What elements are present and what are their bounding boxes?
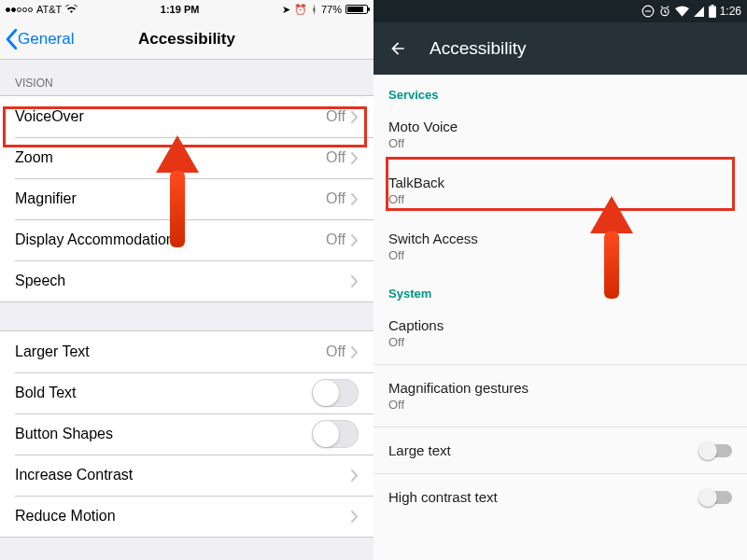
chevron-left-icon: [6, 29, 18, 49]
carrier-label: AT&T: [36, 4, 62, 15]
row-reduce-motion[interactable]: Reduce Motion: [0, 496, 374, 537]
alarm-icon: [658, 5, 671, 18]
battery-icon: [709, 5, 716, 18]
back-button[interactable]: [388, 39, 407, 58]
switch-large-text[interactable]: [700, 444, 732, 457]
row-high-contrast-text[interactable]: High contrast text: [374, 478, 747, 516]
ios-pane: AT&T 1:19 PM ➤ ⏰ ᚼ 77% General Accessibi…: [0, 0, 374, 560]
row-secondary: Off: [388, 335, 732, 349]
row-value: Off: [326, 149, 345, 166]
status-time: 1:19 PM: [161, 4, 200, 15]
row-increase-contrast[interactable]: Increase Contrast: [0, 455, 374, 496]
divider: [374, 473, 747, 474]
wifi-icon: [675, 6, 689, 17]
location-icon: ➤: [282, 4, 290, 16]
row-magnification-gestures[interactable]: Magnification gestures Off: [374, 369, 747, 423]
status-time: 1:26: [720, 5, 741, 18]
android-pane: 1:26 Accessibility Services Moto Voice O…: [374, 0, 747, 560]
row-larger-text[interactable]: Larger Text Off: [0, 331, 374, 372]
row-primary: Magnification gestures: [388, 380, 732, 396]
wifi-icon: [65, 5, 78, 14]
row-button-shapes[interactable]: Button Shapes: [0, 413, 374, 455]
battery-icon: [345, 5, 368, 14]
section-header-system: System: [374, 273, 747, 306]
row-label: Increase Contrast: [15, 467, 351, 483]
chevron-right-icon: [351, 193, 359, 205]
dnd-icon: [641, 5, 655, 18]
row-magnifier[interactable]: Magnifier Off: [0, 178, 374, 219]
row-label: Larger Text: [15, 343, 326, 360]
section-header-vision: VISION: [0, 60, 374, 95]
row-primary: High contrast text: [388, 489, 700, 505]
row-label: Reduce Motion: [15, 508, 351, 525]
back-button[interactable]: General: [6, 29, 74, 49]
row-primary: Captions: [388, 317, 732, 333]
row-primary: TalkBack: [388, 175, 732, 190]
divider: [374, 427, 747, 427]
ios-nav-bar: General Accessibility: [0, 19, 374, 60]
ios-group-vision: VoiceOver Off Zoom Off Magnifier Off Dis…: [0, 95, 374, 302]
switch-button-shapes[interactable]: [312, 420, 359, 448]
row-value: Off: [326, 108, 345, 125]
group-gap: [0, 302, 374, 330]
section-header-services: Services: [374, 75, 747, 107]
row-secondary: Off: [388, 398, 732, 412]
battery-percent: 77%: [321, 4, 342, 15]
android-appbar: Accessibility: [374, 22, 747, 75]
ios-group-text: Larger Text Off Bold Text Button Shapes …: [0, 330, 374, 538]
row-speech[interactable]: Speech: [0, 260, 374, 301]
row-value: Off: [326, 231, 345, 248]
arrow-back-icon: [388, 39, 407, 58]
row-primary: Large text: [388, 442, 700, 458]
row-value: Off: [326, 343, 345, 360]
cell-signal-icon: [693, 6, 705, 18]
row-label: Zoom: [15, 149, 326, 166]
row-switch-access[interactable]: Switch Access Off: [374, 219, 747, 273]
row-secondary: Off: [388, 192, 732, 206]
svg-rect-4: [711, 5, 713, 7]
chevron-right-icon: [351, 152, 359, 164]
bluetooth-icon: ᚼ: [311, 4, 317, 15]
chevron-right-icon: [351, 234, 359, 246]
chevron-right-icon: [351, 275, 359, 287]
row-moto-voice[interactable]: Moto Voice Off: [374, 107, 747, 161]
chevron-right-icon: [351, 346, 359, 358]
chevron-right-icon: [351, 511, 359, 523]
divider: [374, 364, 747, 365]
signal-dots-icon: [6, 7, 33, 12]
android-content: Services Moto Voice Off TalkBack Off Swi…: [374, 75, 747, 516]
chevron-right-icon: [351, 469, 359, 482]
row-label: Display Accommodations: [15, 231, 326, 248]
row-bold-text[interactable]: Bold Text: [0, 372, 374, 413]
back-label: General: [18, 30, 74, 49]
switch-high-contrast-text[interactable]: [700, 491, 732, 504]
row-label: Speech: [15, 273, 351, 289]
row-label: Button Shapes: [15, 426, 312, 442]
chevron-right-icon: [351, 111, 359, 123]
row-secondary: Off: [388, 248, 732, 262]
switch-bold-text[interactable]: [312, 379, 359, 407]
row-talkback[interactable]: TalkBack Off: [374, 161, 747, 219]
row-display-accommodations[interactable]: Display Accommodations Off: [0, 219, 374, 260]
android-status-bar: 1:26: [374, 0, 747, 22]
alarm-icon: ⏰: [294, 4, 307, 16]
row-secondary: Off: [388, 136, 732, 150]
row-value: Off: [326, 190, 345, 207]
row-label: Bold Text: [15, 385, 312, 401]
row-zoom[interactable]: Zoom Off: [0, 137, 374, 178]
row-voiceover[interactable]: VoiceOver Off: [0, 96, 374, 137]
row-label: Magnifier: [15, 190, 326, 207]
row-captions[interactable]: Captions Off: [374, 306, 747, 360]
row-primary: Moto Voice: [388, 119, 732, 134]
page-title: Accessibility: [430, 38, 526, 59]
svg-rect-3: [709, 7, 716, 18]
row-label: VoiceOver: [15, 108, 326, 125]
row-primary: Switch Access: [388, 231, 732, 246]
ios-status-bar: AT&T 1:19 PM ➤ ⏰ ᚼ 77%: [0, 0, 374, 19]
row-large-text[interactable]: Large text: [374, 431, 747, 469]
svg-rect-1: [645, 10, 651, 11]
